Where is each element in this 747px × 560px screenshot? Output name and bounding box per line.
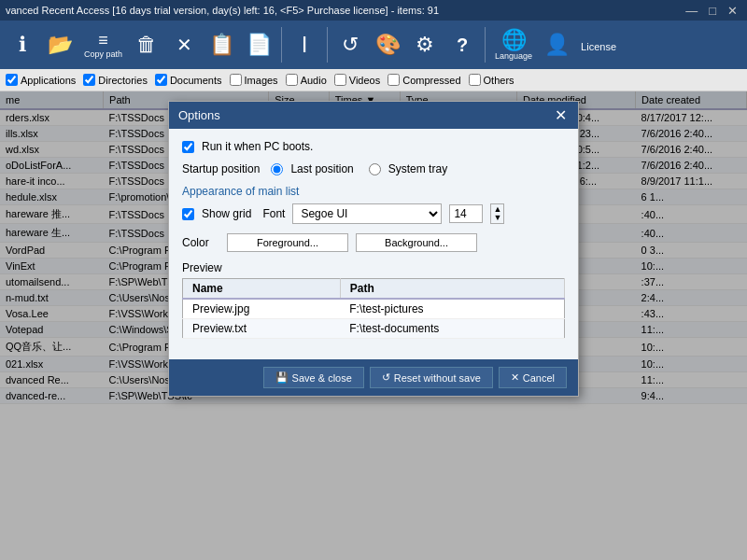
window-controls: — □ ✕ — [682, 4, 741, 18]
options-dialog: Options ✕ Run it when PC boots. Startup … — [168, 101, 579, 397]
copy-path-icon: ≡ — [98, 32, 108, 49]
file-icon: 📄 — [247, 35, 272, 55]
filter-audio-checkbox[interactable] — [286, 74, 298, 86]
reset-label: Reset without save — [394, 372, 481, 384]
main-area: me Path Size Times ▼ Type Date modified … — [0, 91, 747, 560]
delete-button[interactable]: 🗑 — [130, 33, 163, 57]
run-on-boot-label: Run it when PC boots. — [202, 140, 313, 153]
reset-icon: ↺ — [382, 371, 390, 384]
cancel-icon: ✕ — [511, 371, 519, 384]
filter-images[interactable]: Images — [230, 74, 278, 86]
user-icon: 👤 — [544, 35, 570, 55]
help-icon: ? — [457, 35, 468, 54]
title-bar: vanced Recent Access [16 days trial vers… — [0, 0, 747, 21]
modal-body: Run it when PC boots. Startup position L… — [169, 129, 578, 359]
filter-images-label: Images — [245, 75, 278, 86]
save-close-button[interactable]: 💾 Save & close — [263, 367, 364, 388]
filter-compressed-label: Compressed — [402, 75, 460, 86]
startup-position-row: Startup position Last position System tr… — [182, 162, 565, 175]
preview-table: Name Path Preview.jpg F:\test-pictures P… — [182, 278, 565, 339]
preview-row: Preview.txt F:\test-documents — [183, 319, 565, 339]
copy-path-label: Copy path — [84, 49, 122, 59]
license-button[interactable]: License — [577, 35, 620, 54]
reset-button[interactable]: ↺ Reset without save — [370, 367, 493, 388]
settings-button[interactable]: ⚙ — [408, 33, 442, 57]
folder-open-icon: 📂 — [48, 35, 73, 55]
system-tray-radio[interactable] — [369, 163, 381, 175]
palette-button[interactable]: 🎨 — [371, 33, 404, 57]
show-grid-checkbox[interactable] — [182, 208, 194, 220]
run-on-boot-row: Run it when PC boots. — [182, 140, 565, 153]
font-select[interactable]: Segoe UI — [292, 203, 442, 224]
color-row: Color Foreground... Background... — [182, 233, 565, 252]
filter-others-label: Others — [484, 75, 514, 86]
filter-others-checkbox[interactable] — [469, 74, 481, 86]
cancel-label: Cancel — [523, 372, 555, 384]
copy-icon: 📋 — [209, 35, 234, 55]
filter-applications[interactable]: Applications — [6, 74, 76, 86]
filter-compressed-checkbox[interactable] — [388, 74, 400, 86]
filter-images-checkbox[interactable] — [230, 74, 242, 86]
system-tray-label: System tray — [388, 162, 447, 175]
minimize-button[interactable]: — — [682, 4, 701, 18]
user-button[interactable]: 👤 — [540, 33, 573, 57]
refresh-button[interactable]: ↺ — [333, 33, 367, 57]
filter-directories-checkbox[interactable] — [83, 74, 95, 86]
maximize-button[interactable]: □ — [705, 4, 720, 18]
font-size-input[interactable] — [449, 204, 483, 223]
modal-title-bar: Options ✕ — [169, 102, 578, 129]
preview-cell-name: Preview.txt — [183, 319, 341, 339]
preview-header-row: Name Path — [183, 279, 565, 300]
background-button[interactable]: Background... — [356, 233, 477, 252]
preview-section: Preview Name Path Preview.jpg F:\test-pi… — [182, 261, 565, 339]
info-icon: ℹ — [19, 35, 26, 55]
filter-directories-label: Directories — [98, 75, 148, 86]
file-button[interactable]: 📄 — [242, 33, 275, 57]
info-button[interactable]: ℹ — [6, 33, 39, 57]
save-icon: 💾 — [275, 371, 289, 384]
modal-footer: 💾 Save & close ↺ Reset without save ✕ Ca… — [169, 359, 578, 396]
help-button[interactable]: ? — [445, 34, 479, 56]
font-label: Font — [262, 207, 285, 220]
last-position-radio[interactable] — [271, 163, 283, 175]
preview-col-name: Name — [183, 279, 341, 300]
filter-videos[interactable]: Videos — [334, 74, 380, 86]
modal-title: Options — [178, 108, 220, 122]
globe-icon: 🌐 — [501, 30, 527, 50]
cancel-button[interactable]: ✕ Cancel — [499, 367, 567, 388]
last-position-label: Last position — [290, 162, 353, 175]
filter-documents-checkbox[interactable] — [155, 74, 167, 86]
show-grid-font-row: Show grid Font Segoe UI ▲▼ — [182, 203, 565, 224]
foreground-button[interactable]: Foreground... — [227, 233, 348, 252]
delete-icon: 🗑 — [136, 35, 157, 55]
filter-videos-checkbox[interactable] — [334, 74, 346, 86]
language-button[interactable]: 🌐 Language — [491, 28, 536, 63]
filter-audio[interactable]: Audio — [286, 74, 327, 86]
cursor-button[interactable]: I — [288, 32, 321, 58]
close-button[interactable]: ✕ — [724, 4, 741, 18]
filter-videos-label: Videos — [349, 75, 380, 86]
license-label: License — [581, 41, 616, 52]
close-icon: ✕ — [176, 35, 192, 54]
filter-directories[interactable]: Directories — [83, 74, 148, 86]
copy-button[interactable]: 📋 — [204, 33, 238, 57]
run-on-boot-checkbox[interactable] — [182, 141, 194, 153]
filter-documents[interactable]: Documents — [155, 74, 222, 86]
modal-close-button[interactable]: ✕ — [553, 106, 569, 124]
copy-path-button[interactable]: ≡ Copy path — [80, 30, 126, 61]
filter-applications-checkbox[interactable] — [6, 74, 18, 86]
preview-col-path: Path — [340, 279, 564, 300]
palette-icon: 🎨 — [375, 35, 401, 55]
show-grid-label: Show grid — [202, 207, 251, 220]
font-size-spinner[interactable]: ▲▼ — [490, 203, 504, 224]
preview-cell-path: F:\test-documents — [340, 319, 564, 339]
filter-others[interactable]: Others — [469, 74, 514, 86]
close-item-button[interactable]: ✕ — [167, 34, 201, 56]
filter-compressed[interactable]: Compressed — [388, 74, 460, 86]
toolbar-separator-3 — [485, 27, 486, 63]
open-folder-button[interactable]: 📂 — [43, 33, 77, 57]
appearance-section: Appearance of main list Show grid Font S… — [182, 185, 565, 339]
refresh-icon: ↺ — [342, 35, 359, 55]
settings-icon: ⚙ — [416, 35, 434, 55]
toolbar-separator-2 — [327, 27, 328, 63]
